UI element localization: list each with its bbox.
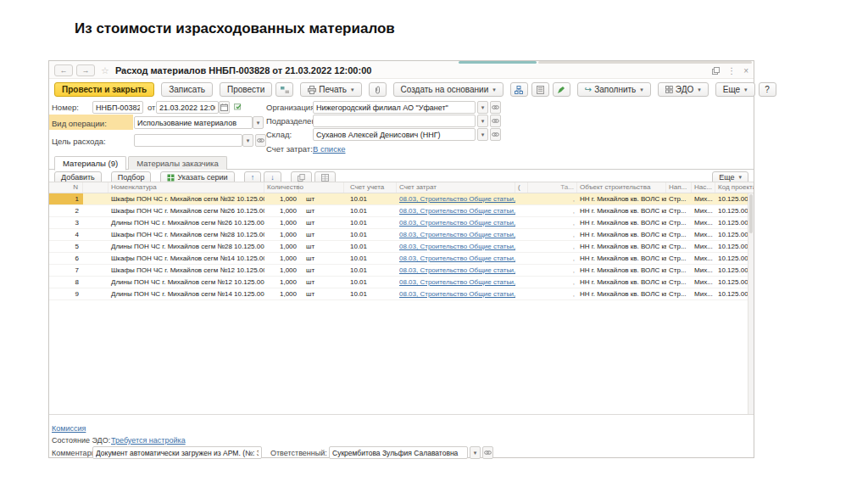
create-based-on-button[interactable]: Создать на основании ▾ xyxy=(393,82,504,97)
post-button[interactable]: Провести xyxy=(220,82,272,97)
edo-button[interactable]: ЭДО ▾ xyxy=(658,82,709,97)
operation-type-field[interactable] xyxy=(134,116,253,129)
cell-nap: Стр... xyxy=(666,229,692,240)
tab-materials[interactable]: Материалы (9) xyxy=(54,156,126,171)
date-field[interactable] xyxy=(156,101,219,114)
operation-dropdown-button[interactable]: ▾ xyxy=(253,116,264,129)
cell-cost[interactable]: 08.03, Строительство Общие статьи, <...> xyxy=(397,277,515,288)
window-menu-icon[interactable]: ⋮ xyxy=(727,66,736,76)
responsible-dropdown-button[interactable]: ▾ xyxy=(470,446,481,459)
column-header-account[interactable]: Счет учета xyxy=(344,182,397,193)
cell-cost[interactable]: 08.03, Строительство Общие статьи, <...> xyxy=(397,253,515,264)
column-header-cost[interactable]: Счет затрат xyxy=(397,182,515,193)
responsible-open-button[interactable] xyxy=(482,446,493,459)
column-header-marker[interactable] xyxy=(83,182,108,193)
cell-cost[interactable]: 08.03, Строительство Общие статьи, <...> xyxy=(397,229,515,240)
organization-field[interactable] xyxy=(313,101,476,114)
scrollbar-thumb[interactable] xyxy=(749,194,753,233)
purpose-dropdown-button[interactable]: ▾ xyxy=(242,134,253,147)
column-header-code[interactable]: Код проекта xyxy=(715,182,754,193)
set-current-date-icon[interactable] xyxy=(234,103,242,111)
table-row-6[interactable]: 6Шкафы ПОН ЧС г. Михайлов сегм №14 10.12… xyxy=(49,253,754,265)
forward-button[interactable]: → xyxy=(76,64,95,76)
comment-field[interactable] xyxy=(92,446,262,459)
more-button[interactable]: Еще ▾ xyxy=(715,82,755,97)
column-header-nas[interactable]: Нас... xyxy=(692,182,715,193)
responsible-field[interactable] xyxy=(329,446,468,459)
arrow-up-icon: ↑ xyxy=(251,173,255,182)
cell-cost[interactable]: 08.03, Строительство Общие статьи, <...> xyxy=(397,217,515,228)
commission-link[interactable]: Комиссия xyxy=(52,424,86,433)
post-and-close-button[interactable]: Провести и закрыть xyxy=(54,82,154,97)
print-button[interactable]: Печать ▾ xyxy=(300,82,361,97)
accounting-register-button[interactable] xyxy=(531,82,549,97)
purpose-open-button[interactable] xyxy=(255,134,266,147)
table-row-5[interactable]: 5Длины ПОН ЧС г. Михайлов сегм №28 10.12… xyxy=(49,241,754,253)
favorite-star-icon[interactable]: ☆ xyxy=(101,65,109,76)
cell-object: НН г. Михайлов кв. ВОЛС кв 1... xyxy=(577,229,666,240)
cell-cost[interactable]: 08.03, Строительство Общие статьи, <...> xyxy=(397,205,515,216)
close-icon[interactable]: × xyxy=(743,66,748,76)
show-postings-button[interactable] xyxy=(275,82,293,97)
column-header-paren[interactable]: ( xyxy=(515,182,528,193)
column-header-object[interactable]: Объект строительства xyxy=(577,182,666,193)
cell-n: 6 xyxy=(49,253,83,264)
fill-button[interactable]: ↪ Заполнить ▾ xyxy=(577,82,651,97)
cell-paren xyxy=(515,265,528,276)
cell-unit: шт xyxy=(299,193,344,204)
organization-dropdown-button[interactable]: ▾ xyxy=(477,101,488,114)
warehouse-open-button[interactable] xyxy=(490,128,501,141)
warehouse-field[interactable] xyxy=(313,128,476,141)
column-header-unit[interactable] xyxy=(299,182,344,193)
table-row-1[interactable]: 1Шкафы ПОН ЧС г. Михайлов сегм №32 10.12… xyxy=(49,193,754,205)
open-in-new-window-icon[interactable] xyxy=(712,67,720,75)
back-button[interactable]: ← xyxy=(54,64,73,76)
cell-ta: , xyxy=(528,193,577,204)
register-list-icon xyxy=(537,86,544,94)
table-row-8[interactable]: 8Длины ПОН ЧС г. Михайлов сегм №12 10.12… xyxy=(49,277,754,288)
cell-marker xyxy=(83,205,108,216)
column-header-n[interactable]: N xyxy=(49,182,83,193)
cell-cost[interactable]: 08.03, Строительство Общие статьи, <...> xyxy=(397,265,515,276)
window-top-edge-grey xyxy=(538,61,752,64)
number-field[interactable] xyxy=(92,101,143,114)
column-header-ta[interactable]: Та... xyxy=(528,182,577,193)
table-row-4[interactable]: 4Шкафы ПОН ЧС г. Михайлов сегм №28 10.12… xyxy=(49,229,754,241)
edo-state-link[interactable]: Требуется настройка xyxy=(111,436,186,445)
warehouse-dropdown-button[interactable]: ▾ xyxy=(477,128,488,141)
edit-marker-button[interactable] xyxy=(553,82,570,97)
chevron-down-icon: ▾ xyxy=(744,87,748,93)
column-header-name[interactable]: Номенклатура xyxy=(108,182,264,193)
cell-cost[interactable]: 08.03, Строительство Общие статьи, <...> xyxy=(397,288,515,299)
tab-customer-materials[interactable]: Материалы заказчика xyxy=(128,156,227,170)
more-label: Еще xyxy=(723,85,740,94)
table-row-2[interactable]: 2Шкафы ПОН ЧС г. Михайлов сегм №26 10.12… xyxy=(49,205,754,217)
related-documents-button[interactable] xyxy=(510,82,528,97)
cell-qty: 1,000 xyxy=(264,217,299,228)
attachments-button[interactable] xyxy=(369,82,387,97)
cell-n: 9 xyxy=(49,288,83,299)
table-row-7[interactable]: 7Шкафы ПОН ЧС г. Михайлов сегм №12 10.12… xyxy=(49,265,754,277)
copy-icon xyxy=(298,174,305,182)
purpose-label: Цель расхода: xyxy=(52,137,106,146)
table-row-3[interactable]: 3Длины ПОН ЧС г. Михайлов сегм №26 10.12… xyxy=(49,217,754,229)
division-field[interactable] xyxy=(313,115,476,127)
column-header-nap[interactable]: Нап... xyxy=(666,182,692,193)
slide-heading: Из стоимости израсходованных материалов xyxy=(75,20,395,37)
cell-ta: , xyxy=(528,205,577,216)
cell-cost[interactable]: 08.03, Строительство Общие статьи, <...> xyxy=(397,193,515,204)
write-button[interactable]: Записать xyxy=(161,82,213,97)
cell-cost[interactable]: 08.03, Строительство Общие статьи, <...> xyxy=(397,241,515,252)
operation-type-label: Вид операции: xyxy=(52,119,107,128)
cost-account-link[interactable]: В списке xyxy=(313,144,345,154)
division-open-button[interactable] xyxy=(490,115,501,127)
calendar-button[interactable] xyxy=(219,101,230,114)
division-dropdown-button[interactable]: ▾ xyxy=(477,115,488,127)
purpose-field[interactable] xyxy=(134,134,242,147)
cell-object: НН г. Михайлов кв. ВОЛС кв 1... xyxy=(577,265,666,276)
vertical-scrollbar[interactable] xyxy=(748,193,754,414)
help-button[interactable]: ? xyxy=(759,82,776,97)
table-row-9[interactable]: 9Длины ПОН ЧС г. Михайлов сегм №14 10.12… xyxy=(49,288,754,300)
column-header-qty[interactable]: Количество xyxy=(264,182,299,193)
organization-open-button[interactable] xyxy=(490,101,501,114)
